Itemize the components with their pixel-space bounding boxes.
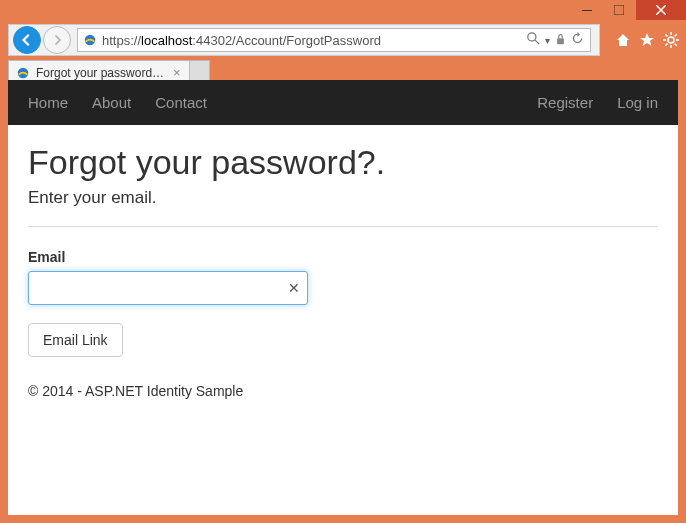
chevron-down-icon[interactable]: ▾ [545,35,550,46]
site-navbar: Home About Contact Register Log in [8,80,678,125]
svg-line-14 [675,44,677,46]
nav-about[interactable]: About [92,94,131,111]
email-label: Email [28,249,658,265]
lock-icon[interactable] [555,32,566,48]
svg-rect-0 [582,10,592,11]
ie-tab-icon [15,65,31,81]
ie-page-icon [82,32,98,48]
gear-icon[interactable] [662,31,680,49]
page-viewport: Home About Contact Register Log in Forgo… [8,80,678,515]
forward-button[interactable] [43,26,71,54]
url-prefix: https:// [102,33,141,48]
address-bar[interactable]: https://localhost:44302/Account/ForgotPa… [102,33,523,48]
svg-line-15 [665,44,667,46]
svg-point-8 [668,37,674,43]
nav-login[interactable]: Log in [617,94,658,111]
url-path: :44302/Account/ForgotPassword [192,33,381,48]
tab-close-icon[interactable]: × [171,65,183,80]
section-divider [28,226,658,227]
svg-point-5 [528,33,536,41]
svg-rect-7 [557,38,564,44]
page-title: Forgot your password?. [28,143,658,182]
svg-line-6 [535,40,539,44]
refresh-icon[interactable] [571,32,584,48]
window-maximize-button[interactable] [604,0,634,20]
email-input[interactable] [28,271,308,305]
home-icon[interactable] [614,31,632,49]
url-host: localhost [141,33,192,48]
window-close-button[interactable] [636,0,686,20]
search-icon[interactable] [527,32,540,48]
svg-line-13 [665,34,667,36]
back-button[interactable] [13,26,41,54]
tab-title: Forgot your password? - M... [36,66,166,80]
page-subtitle: Enter your email. [28,188,658,208]
input-clear-icon[interactable]: ✕ [288,280,300,296]
nav-contact[interactable]: Contact [155,94,207,111]
svg-line-16 [675,34,677,36]
email-link-button[interactable]: Email Link [28,323,123,357]
favorites-star-icon[interactable] [638,31,656,49]
svg-rect-1 [614,5,624,15]
nav-home[interactable]: Home [28,94,68,111]
nav-register[interactable]: Register [537,94,593,111]
window-minimize-button[interactable] [572,0,602,20]
page-footer: © 2014 - ASP.NET Identity Sample [28,383,658,399]
